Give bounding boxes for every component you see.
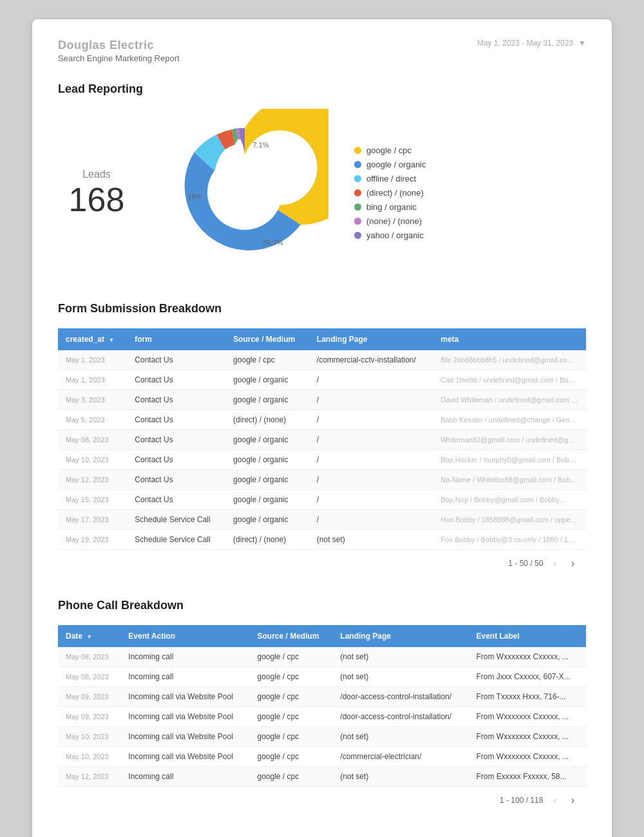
cell-date: May 10, 2023 bbox=[58, 450, 127, 470]
cell-source: google / cpc bbox=[250, 747, 333, 767]
cell-action: Incoming call via Website Pool bbox=[120, 687, 249, 707]
cell-source: google / organic bbox=[225, 390, 309, 410]
cell-source: google / cpc bbox=[250, 647, 333, 667]
phone-call-title: Phone Call Breakdown bbox=[58, 599, 586, 612]
cell-date: May 1, 2023 bbox=[58, 350, 127, 370]
cell-landing: /commercial-cctv-installation/ bbox=[309, 350, 433, 370]
legend-label-6: yahoo / organic bbox=[366, 230, 424, 240]
cell-label: From Wxxxxxxx Cxxxxx, ... bbox=[468, 647, 586, 667]
page-header: Douglas Electric Search Engine Marketing… bbox=[58, 39, 586, 63]
cell-landing: / bbox=[309, 370, 433, 390]
legend-label-1: google / organic bbox=[366, 160, 426, 169]
phone-call-table: Date ▼ Event Action Source / Medium Land… bbox=[58, 625, 586, 787]
table-row: May 10, 2023 Incoming call via Website P… bbox=[58, 747, 586, 767]
chart-label-19: 19% bbox=[187, 193, 202, 200]
cell-source: google / cpc bbox=[250, 687, 333, 707]
form-next-button[interactable]: › bbox=[567, 556, 578, 570]
table-row: May 3, 2023 Contact Us google / organic … bbox=[58, 390, 586, 410]
cell-form: Contact Us bbox=[127, 410, 225, 430]
cell-meta: No-Name / Whitefox88@gmail.com / Bobby..… bbox=[433, 470, 586, 490]
cell-source: google / organic bbox=[225, 490, 309, 510]
cell-form: Schedule Service Call bbox=[127, 510, 225, 530]
cell-date: May 19, 2023 bbox=[58, 530, 127, 550]
phone-table-header: Date ▼ Event Action Source / Medium Land… bbox=[58, 625, 586, 647]
cell-source: google / cpc bbox=[250, 727, 333, 747]
phone-col-source[interactable]: Source / Medium bbox=[250, 625, 333, 647]
legend-dot-offline-direct bbox=[354, 175, 361, 182]
form-col-meta[interactable]: meta bbox=[433, 328, 586, 350]
legend-dot-yahoo-organic bbox=[354, 232, 361, 239]
cell-meta: Bop.Nop / Bobby@gmail.com / Bobby... bbox=[433, 490, 586, 510]
cell-form: Contact Us bbox=[127, 470, 225, 490]
legend-label-0: google / cpc bbox=[366, 146, 412, 155]
dropdown-icon[interactable]: ▼ bbox=[578, 39, 586, 48]
form-col-date[interactable]: created_at ▼ bbox=[58, 328, 127, 350]
cell-label: From Jxxx Cxxxxx, 607-X... bbox=[468, 667, 586, 687]
cell-landing: / bbox=[309, 450, 433, 470]
table-row: May 12, 2023 Contact Us google / organic… bbox=[58, 470, 586, 490]
legend-item-1: google / organic bbox=[354, 160, 426, 169]
legend-label-5: (none) / (none) bbox=[366, 216, 422, 226]
cell-action: Incoming call bbox=[120, 647, 249, 667]
cell-meta: Babb Kessler / undefined@change / George… bbox=[433, 410, 586, 430]
lead-number: 168 bbox=[69, 183, 125, 216]
cell-label: From Txxxxx Hxxx, 716-... bbox=[468, 687, 586, 707]
phone-pagination-text: 1 - 100 / 118 bbox=[500, 796, 543, 805]
cell-meta: David Whiteman / undefined@gmail.com / B… bbox=[433, 390, 586, 410]
date-range: May 1, 2023 - May 31, 2023 bbox=[477, 39, 573, 48]
cell-date: May 1, 2023 bbox=[58, 370, 127, 390]
cell-date: May 10, 2023 bbox=[58, 727, 120, 747]
donut-chart: 66.7% 19% 7.1% bbox=[161, 109, 328, 276]
main-page: Douglas Electric Search Engine Marketing… bbox=[32, 19, 612, 837]
header-left: Douglas Electric Search Engine Marketing… bbox=[58, 39, 180, 63]
cell-landing: (not set) bbox=[332, 667, 468, 687]
form-submission-table: created_at ▼ form Source / Medium Landin… bbox=[58, 328, 586, 550]
cell-meta: Whiteman82@gmail.com / undefined@gmail.c… bbox=[433, 430, 586, 450]
form-col-form[interactable]: form bbox=[127, 328, 225, 350]
cell-source: google / organic bbox=[225, 470, 309, 490]
cell-landing: /door-access-control-installation/ bbox=[332, 707, 468, 727]
cell-form: Contact Us bbox=[127, 490, 225, 510]
cell-form: Contact Us bbox=[127, 370, 225, 390]
header-right: May 1, 2023 - May 31, 2023 ▼ bbox=[477, 39, 586, 48]
legend-item-6: yahoo / organic bbox=[354, 230, 426, 240]
cell-action: Incoming call bbox=[120, 667, 249, 687]
lead-label: Leads bbox=[82, 169, 111, 180]
chart-label-71: 7.1% bbox=[252, 141, 269, 149]
legend-label-3: (direct) / (none) bbox=[366, 188, 424, 198]
cell-source: google / cpc bbox=[250, 707, 333, 727]
phone-next-button[interactable]: › bbox=[567, 793, 578, 807]
table-row: May 10, 2023 Incoming call via Website P… bbox=[58, 727, 586, 747]
phone-col-action[interactable]: Event Action bbox=[120, 625, 249, 647]
phone-col-date[interactable]: Date ▼ bbox=[58, 625, 120, 647]
table-row: May 12, 2023 Incoming call google / cpc … bbox=[58, 767, 586, 787]
legend-label-4: bing / organic bbox=[366, 202, 417, 212]
cell-landing: / bbox=[309, 470, 433, 490]
phone-prev-button[interactable]: ‹ bbox=[549, 793, 560, 807]
cell-action: Incoming call via Website Pool bbox=[120, 727, 249, 747]
cell-date: May 09, 2023 bbox=[58, 707, 120, 727]
cell-date: May 12, 2023 bbox=[58, 767, 120, 787]
cell-source: google / organic bbox=[225, 450, 309, 470]
legend-label-2: offline / direct bbox=[366, 174, 416, 183]
cell-source: google / cpc bbox=[250, 767, 333, 787]
cell-date: May 09, 2023 bbox=[58, 687, 120, 707]
cell-landing: / bbox=[309, 430, 433, 450]
cell-meta: Foo.Bobby / Bobby@3 cs-only / 1880 / 188… bbox=[433, 530, 586, 550]
phone-col-label[interactable]: Event Label bbox=[468, 625, 586, 647]
legend-item-2: offline / direct bbox=[354, 174, 426, 183]
cell-action: Incoming call bbox=[120, 767, 249, 787]
sort-icon-phone-date: ▼ bbox=[86, 634, 92, 640]
cell-meta: Bfe 2eb66bbb8b5 / undefined@gmail.com / … bbox=[433, 350, 586, 370]
cell-date: May 08, 2023 bbox=[58, 647, 120, 667]
legend-item-5: (none) / (none) bbox=[354, 216, 426, 226]
cell-landing: (not set) bbox=[309, 530, 433, 550]
form-col-source[interactable]: Source / Medium bbox=[225, 328, 309, 350]
phone-col-landing[interactable]: Landing Page bbox=[332, 625, 468, 647]
form-prev-button[interactable]: ‹ bbox=[549, 556, 560, 570]
form-col-landing[interactable]: Landing Page bbox=[309, 328, 433, 350]
cell-source: google / cpc bbox=[250, 667, 333, 687]
form-pagination-text: 1 - 50 / 50 bbox=[508, 559, 543, 568]
legend-dot-google-cpc bbox=[354, 147, 361, 154]
lead-reporting-section: Lead Reporting Leads 168 bbox=[58, 82, 586, 276]
